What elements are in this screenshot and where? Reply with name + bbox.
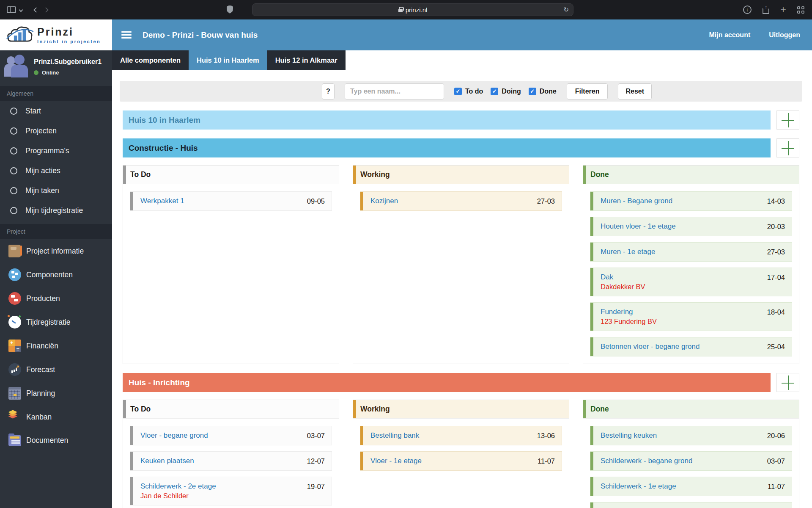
share-icon[interactable] [763,8,769,14]
column-title: Done [590,405,609,414]
url-text: prinzi.nl [406,6,428,14]
hamburger-menu-icon[interactable] [121,30,132,40]
sidebar-section-items: Start Projecten Programma's [0,101,112,221]
card-date: 20-03 [767,222,785,231]
kanban-card[interactable]: Schilderwerk - 2e etage Jan de Schilder … [130,477,332,505]
reset-button[interactable]: Reset [618,83,652,99]
card-title-link[interactable]: Bestelling bank [370,431,419,440]
kanban-card[interactable]: Dak Dakdekker BV 17-04 [590,268,792,296]
kanban-card[interactable]: Tapijt - 2e etage 24-07 [590,502,792,508]
sidebar-item-icon [8,268,21,281]
card-title-link[interactable]: Muren - Begane grond [601,196,672,206]
sidebar-item[interactable]: Tijdregistratie [0,310,112,334]
status-checkbox[interactable]: ✓ Done [529,88,557,95]
sidebar-item[interactable]: Mijn tijdregistratie [0,201,112,221]
sidebar-item-label: Mijn taken [25,186,59,195]
sidebar-item[interactable]: Projecten [0,121,112,141]
card-title-link[interactable]: Vloer - 1e etage [370,456,422,466]
kanban-card[interactable]: Fundering 123 Fundering BV 18-04 [590,302,792,331]
chevron-down-icon[interactable] [19,8,23,12]
sidebar-item[interactable]: Planning [0,381,112,405]
card-title-link[interactable]: Dak [601,273,645,282]
add-group-button[interactable] [776,110,799,130]
sidebar-item[interactable]: Componenten [0,263,112,287]
kanban-card[interactable]: Vloer - begane grond 03-07 [130,426,332,445]
card-title-link[interactable]: Betonnen vloer - begane grond [601,342,700,351]
board-groups: Constructie - Huis To Do [112,138,812,508]
sidebar-item[interactable]: Documenten [0,429,112,452]
group-columns: To Do Vloer - begane grond [123,400,799,508]
tab-label: Alle componenten [120,56,181,64]
kanban-card[interactable]: Bestelling keuken 20-06 [590,426,792,445]
app-header: Prinzi Inzicht in projecten Demo - Prinz… [0,19,812,50]
sidebar-item[interactable]: Forecast [0,358,112,381]
add-card-button[interactable] [776,138,799,157]
sidebar-item[interactable]: Producten [0,287,112,310]
component-tab[interactable]: Huis 10 in Haarlem [189,50,267,70]
card-title-link[interactable]: Kozijnen [370,196,398,206]
kanban-card[interactable]: Kozijnen 27-03 [360,191,562,211]
sidebar-item[interactable]: Financiën [0,334,112,358]
card-title-link[interactable]: Schilderwerk - 2e etage [140,482,216,491]
component-tab[interactable]: Alle componenten [112,50,189,70]
kanban-card[interactable]: Werkpakket 1 09-05 [130,191,332,211]
checkbox-checked-icon[interactable]: ✓ [454,88,462,95]
reload-icon[interactable]: ↻ [563,6,569,14]
kanban-page: ? ✓ To do ✓ Doing [112,70,812,508]
sidebar-item-label: Forecast [26,365,55,374]
card-title-link[interactable]: Houten vloer - 1e etage [601,222,676,231]
card-date: 20-06 [767,431,785,440]
checkbox-checked-icon[interactable]: ✓ [529,88,536,95]
project-band: Huis 10 in Haarlem [123,110,771,130]
tab-overview-icon[interactable] [797,6,804,14]
sidebar-item[interactable]: Start [0,101,112,121]
filter-button[interactable]: Filteren [567,83,608,99]
sidebar-item[interactable]: Project informatie [0,239,112,263]
card-title-link[interactable]: Fundering [601,307,657,317]
kanban-card[interactable]: Keuken plaatsen 12-07 [130,451,332,471]
browser-forward-icon[interactable] [43,7,49,13]
logo-tagline: Inzicht in projecten [37,39,101,44]
card-title-link[interactable]: Werkpakket 1 [140,196,184,206]
sidebar-item-icon [10,207,17,214]
card-title-link[interactable]: Schilderwerk - 1e etage [601,482,676,491]
card-title-link[interactable]: Bestelling keuken [601,431,657,440]
downloads-icon[interactable]: ↓ [743,6,752,14]
status-checkbox[interactable]: ✓ Doing [491,88,521,95]
user-name: Prinzi.Subgebruiker1 [34,58,102,66]
sidebar-item-label: Mijn acties [25,166,60,175]
kanban-card[interactable]: Houten vloer - 1e etage 20-03 [590,217,792,236]
sidebar-item[interactable]: Mijn taken [0,181,112,201]
privacy-shield-icon[interactable] [227,6,233,14]
add-card-button[interactable] [776,373,799,392]
card-title-link[interactable]: Muren - 1e etage [601,247,655,257]
status-checkbox[interactable]: ✓ To do [454,88,483,95]
card-title-link[interactable]: Keuken plaatsen [140,456,194,466]
card-title-link[interactable]: Schilderwerk - begane grond [601,456,692,466]
kanban-card[interactable]: Schilderwerk - 1e etage 11-07 [590,477,792,496]
sidebar-item-icon [10,167,17,174]
checkbox-checked-icon[interactable]: ✓ [491,88,498,95]
project-band-row: Huis 10 in Haarlem [123,110,799,130]
kanban-card[interactable]: Bestelling bank 13-06 [360,426,562,445]
my-account-link[interactable]: Mijn account [709,31,750,39]
logo-name: Prinzi [37,26,101,38]
kanban-card[interactable]: Muren - 1e etage 27-03 [590,242,792,262]
kanban-card[interactable]: Betonnen vloer - begane grond 25-04 [590,337,792,356]
component-tab[interactable]: Huis 12 in Alkmaar [267,50,346,70]
kanban-card[interactable]: Muren - Begane grond 14-03 [590,191,792,211]
search-input[interactable] [345,83,444,99]
help-button[interactable]: ? [322,83,335,99]
kanban-card[interactable]: Vloer - 1e etage 11-07 [360,451,562,471]
address-bar[interactable]: prinzi.nl ↻ [252,3,573,16]
sidebar-item[interactable]: Mijn acties [0,161,112,181]
kanban-card[interactable]: Schilderwerk - begane grond 03-07 [590,451,792,471]
sidebar-item[interactable]: Kanban [0,405,112,429]
sidebar-item[interactable]: Programma's [0,141,112,161]
browser-back-icon[interactable] [33,7,39,13]
logout-link[interactable]: Uitloggen [769,31,800,39]
new-tab-icon[interactable]: + [780,5,786,15]
app-logo: Prinzi Inzicht in projecten [0,19,112,50]
browser-sidebar-toggle-icon[interactable] [7,6,16,13]
card-title-link[interactable]: Vloer - begane grond [140,431,208,440]
